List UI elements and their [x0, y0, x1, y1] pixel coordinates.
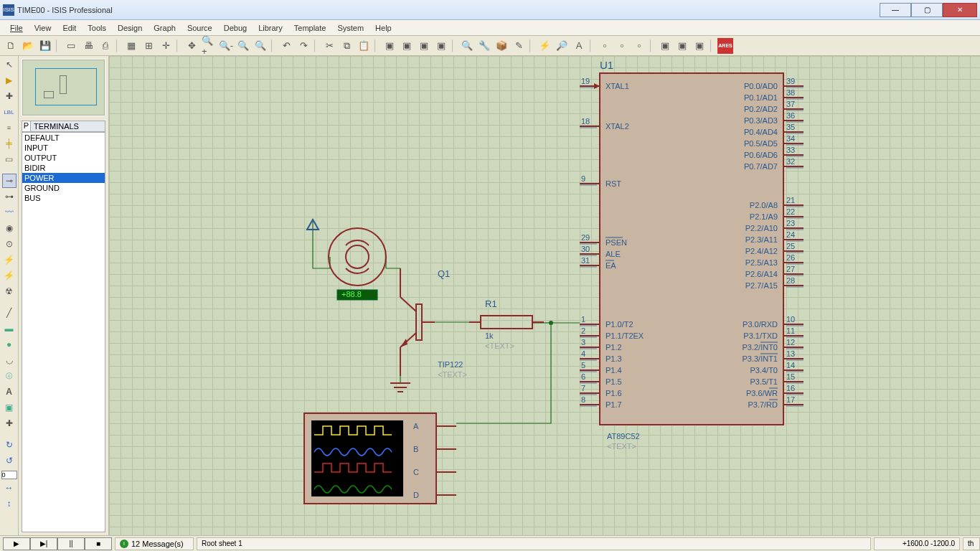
bom-icon[interactable]: ▣: [657, 38, 673, 54]
netlist-icon[interactable]: ▣: [692, 38, 707, 54]
flip-v-icon[interactable]: ↕: [2, 496, 17, 511]
search-icon[interactable]: 🔎: [554, 38, 570, 54]
new-sheet-icon[interactable]: ▫: [597, 38, 613, 54]
redo-icon[interactable]: ↷: [296, 38, 311, 54]
ares-button[interactable]: ARES: [717, 38, 733, 54]
svg-text:P0.6/AD6: P0.6/AD6: [744, 151, 778, 159]
list-item[interactable]: POWER: [22, 173, 105, 183]
generator-mode-icon[interactable]: ⊙: [2, 237, 17, 251]
current-probe-icon[interactable]: ⚡: [2, 268, 17, 283]
arc-2d-icon[interactable]: ◡: [2, 353, 17, 367]
menu-graph[interactable]: Graph: [148, 22, 182, 34]
make-icon[interactable]: 🔧: [476, 38, 492, 54]
redraw-icon[interactable]: ▦: [123, 38, 139, 54]
select-mode-icon[interactable]: ↖: [2, 57, 17, 72]
origin-icon[interactable]: ✛: [158, 38, 174, 54]
block-rotate-icon[interactable]: ▣: [416, 38, 432, 54]
wire-auto-icon[interactable]: ⚡: [537, 38, 552, 54]
instruments-mode-icon[interactable]: ☢: [2, 284, 17, 298]
area-icon[interactable]: ▭: [63, 38, 79, 54]
step-button[interactable]: ▶|: [30, 537, 57, 550]
menu-design[interactable]: Design: [112, 22, 148, 34]
menu-debug[interactable]: Debug: [218, 22, 253, 34]
label-mode-icon[interactable]: LBL: [2, 105, 17, 119]
copy-icon[interactable]: ⧉: [339, 38, 354, 54]
list-item[interactable]: INPUT: [22, 143, 105, 153]
tape-mode-icon[interactable]: ◉: [2, 221, 17, 235]
box-2d-icon[interactable]: ▬: [2, 321, 17, 336]
overview-window[interactable]: [22, 59, 105, 116]
line-2d-icon[interactable]: ╱: [2, 306, 17, 320]
save-icon[interactable]: 💾: [37, 38, 53, 54]
menu-source[interactable]: Source: [182, 22, 218, 34]
zoom-all-icon[interactable]: 🔍: [235, 38, 251, 54]
list-item[interactable]: OUTPUT: [22, 153, 105, 163]
zoom-in-icon[interactable]: 🔍+: [201, 38, 217, 54]
menu-system[interactable]: System: [331, 22, 369, 34]
terminals-mode-icon[interactable]: ⊸: [2, 174, 17, 188]
menubar: File View Edit Tools Design Graph Source…: [0, 20, 980, 36]
open-icon[interactable]: 📂: [20, 38, 36, 54]
text-2d-icon[interactable]: A: [2, 385, 17, 399]
flip-h-icon[interactable]: ↔: [2, 481, 17, 495]
stop-button[interactable]: ■: [85, 537, 112, 550]
pick-icon[interactable]: 🔍: [459, 38, 475, 54]
rotate-cw-icon[interactable]: ↻: [2, 438, 17, 452]
center-icon[interactable]: ✥: [184, 38, 199, 54]
export-icon[interactable]: ⎙: [98, 38, 113, 54]
new-icon[interactable]: 🗋: [3, 38, 19, 54]
subcircuit-mode-icon[interactable]: ▭: [2, 152, 17, 166]
schematic-canvas[interactable]: U1 19XTAL118XTAL29RST29PSEN30ALE31EA1P1.…: [109, 56, 980, 535]
svg-text:ALE: ALE: [606, 250, 621, 258]
minimize-button[interactable]: —: [880, 3, 911, 17]
package-icon[interactable]: 📦: [494, 38, 509, 54]
menu-view[interactable]: View: [29, 22, 57, 34]
terminal-list[interactable]: DEFAULT INPUT OUTPUT BIDIR POWER GROUND …: [22, 132, 105, 532]
bus-mode-icon[interactable]: ╪: [2, 136, 17, 151]
block-delete-icon[interactable]: ▣: [433, 38, 449, 54]
maximize-button[interactable]: ▢: [911, 3, 943, 17]
component-mode-icon[interactable]: ▶: [2, 73, 17, 88]
undo-icon[interactable]: ↶: [278, 38, 294, 54]
circle-2d-icon[interactable]: ●: [2, 337, 17, 352]
path-2d-icon[interactable]: ⦾: [2, 369, 17, 383]
decompose-icon[interactable]: ✎: [511, 38, 527, 54]
zoom-out-icon[interactable]: 🔍-: [218, 38, 234, 54]
symbol-2d-icon[interactable]: ▣: [2, 400, 17, 415]
rotation-input[interactable]: [1, 471, 17, 479]
menu-file[interactable]: File: [4, 22, 29, 34]
pins-mode-icon[interactable]: ⊶: [2, 189, 17, 204]
menu-help[interactable]: Help: [369, 22, 397, 34]
voltage-probe-icon[interactable]: ⚡: [2, 253, 17, 267]
text-mode-icon[interactable]: ≡: [2, 121, 17, 135]
list-item[interactable]: GROUND: [22, 183, 105, 193]
graph-mode-icon[interactable]: 〰: [2, 205, 17, 220]
list-item[interactable]: BUS: [22, 193, 105, 203]
property-icon[interactable]: A: [571, 38, 587, 54]
grid-icon[interactable]: ⊞: [141, 38, 156, 54]
list-item[interactable]: BIDIR: [22, 163, 105, 173]
junction-mode-icon[interactable]: ✚: [2, 89, 17, 103]
menu-edit[interactable]: Edit: [57, 22, 82, 34]
close-button[interactable]: ✕: [943, 3, 977, 17]
messages-cell[interactable]: i12 Message(s): [115, 537, 194, 550]
zoom-area-icon[interactable]: 🔍: [253, 38, 268, 54]
block-copy-icon[interactable]: ▣: [382, 38, 397, 54]
marker-2d-icon[interactable]: ✚: [2, 416, 17, 430]
list-item[interactable]: DEFAULT: [22, 133, 105, 143]
erc-icon[interactable]: ▣: [674, 38, 690, 54]
cut-icon[interactable]: ✂: [321, 38, 337, 54]
play-button[interactable]: ▶: [3, 537, 30, 550]
menu-tools[interactable]: Tools: [82, 22, 112, 34]
block-move-icon[interactable]: ▣: [399, 38, 415, 54]
pick-device-button[interactable]: P: [22, 121, 31, 131]
menu-template[interactable]: Template: [288, 22, 332, 34]
goto-sheet-icon[interactable]: ▫: [631, 38, 647, 54]
print-icon[interactable]: 🖶: [80, 38, 96, 54]
remove-sheet-icon[interactable]: ▫: [614, 38, 630, 54]
u1-part: AT89C52: [607, 432, 640, 441]
menu-library[interactable]: Library: [253, 22, 288, 34]
rotate-ccw-icon[interactable]: ↺: [2, 453, 17, 468]
paste-icon[interactable]: 📋: [356, 38, 372, 54]
pause-button[interactable]: ||: [57, 537, 85, 550]
